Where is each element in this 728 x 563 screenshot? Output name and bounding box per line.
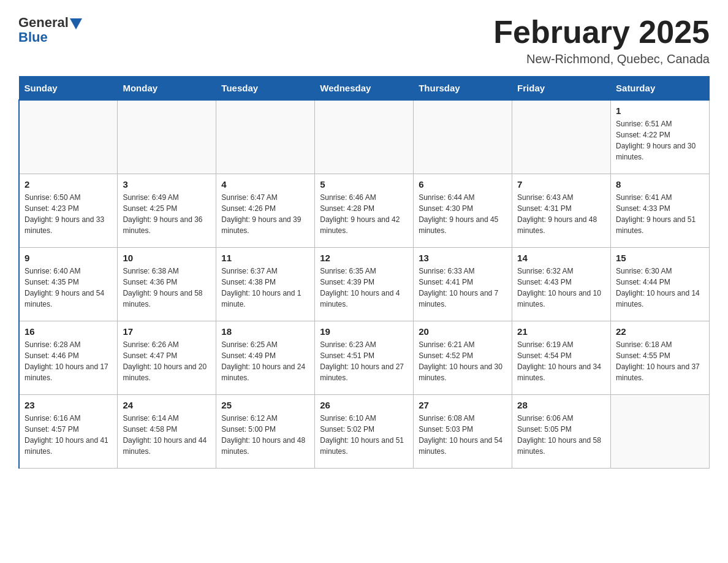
weekday-header-saturday: Saturday [611, 77, 710, 101]
day-info: Sunrise: 6:30 AMSunset: 4:44 PMDaylight:… [616, 266, 704, 310]
day-info: Sunrise: 6:33 AMSunset: 4:41 PMDaylight:… [419, 266, 507, 310]
calendar-day-cell [512, 100, 611, 174]
calendar-day-cell: 19Sunrise: 6:23 AMSunset: 4:51 PMDayligh… [315, 321, 414, 394]
calendar-title: February 2025 [493, 15, 710, 50]
day-number: 8 [616, 179, 704, 190]
day-info: Sunrise: 6:47 AMSunset: 4:26 PMDaylight:… [221, 192, 309, 236]
day-info: Sunrise: 6:51 AMSunset: 4:22 PMDaylight:… [616, 118, 704, 163]
weekday-header-tuesday: Tuesday [216, 77, 315, 101]
calendar-day-cell [19, 100, 118, 174]
calendar-day-cell [315, 100, 414, 174]
calendar-day-cell: 8Sunrise: 6:41 AMSunset: 4:33 PMDaylight… [611, 174, 710, 247]
day-number: 14 [517, 253, 605, 263]
calendar-day-cell: 10Sunrise: 6:38 AMSunset: 4:36 PMDayligh… [118, 247, 216, 321]
day-info: Sunrise: 6:46 AMSunset: 4:28 PMDaylight:… [320, 192, 408, 236]
calendar-day-cell: 21Sunrise: 6:19 AMSunset: 4:54 PMDayligh… [512, 321, 611, 394]
calendar-day-cell: 22Sunrise: 6:18 AMSunset: 4:55 PMDayligh… [611, 321, 710, 394]
calendar-day-cell: 14Sunrise: 6:32 AMSunset: 4:43 PMDayligh… [512, 247, 611, 321]
day-info: Sunrise: 6:26 AMSunset: 4:47 PMDaylight:… [123, 339, 211, 383]
day-number: 12 [320, 253, 408, 263]
calendar-day-cell: 12Sunrise: 6:35 AMSunset: 4:39 PMDayligh… [315, 247, 414, 321]
title-block: February 2025 New-Richmond, Quebec, Cana… [493, 15, 710, 66]
calendar-subtitle: New-Richmond, Quebec, Canada [493, 52, 710, 66]
day-info: Sunrise: 6:23 AMSunset: 4:51 PMDaylight:… [320, 339, 408, 383]
day-info: Sunrise: 6:21 AMSunset: 4:52 PMDaylight:… [419, 339, 507, 383]
calendar-day-cell [216, 100, 315, 174]
calendar-week-row: 2Sunrise: 6:50 AMSunset: 4:23 PMDaylight… [19, 174, 710, 247]
day-number: 13 [419, 253, 507, 263]
calendar-day-cell [118, 100, 216, 174]
day-number: 26 [320, 400, 408, 410]
day-number: 23 [25, 400, 112, 410]
day-number: 20 [419, 326, 507, 337]
calendar-day-cell: 2Sunrise: 6:50 AMSunset: 4:23 PMDaylight… [19, 174, 118, 247]
day-info: Sunrise: 6:19 AMSunset: 4:54 PMDaylight:… [517, 339, 605, 383]
day-info: Sunrise: 6:38 AMSunset: 4:36 PMDaylight:… [123, 266, 211, 310]
calendar-day-cell: 20Sunrise: 6:21 AMSunset: 4:52 PMDayligh… [414, 321, 512, 394]
day-info: Sunrise: 6:06 AMSunset: 5:05 PMDaylight:… [517, 413, 605, 457]
calendar-day-cell: 26Sunrise: 6:10 AMSunset: 5:02 PMDayligh… [315, 394, 414, 468]
calendar-day-cell: 6Sunrise: 6:44 AMSunset: 4:30 PMDaylight… [414, 174, 512, 247]
day-info: Sunrise: 6:50 AMSunset: 4:23 PMDaylight:… [25, 192, 112, 236]
calendar-day-cell: 5Sunrise: 6:46 AMSunset: 4:28 PMDaylight… [315, 174, 414, 247]
calendar-day-cell: 17Sunrise: 6:26 AMSunset: 4:47 PMDayligh… [118, 321, 216, 394]
day-number: 19 [320, 326, 408, 337]
day-info: Sunrise: 6:49 AMSunset: 4:25 PMDaylight:… [123, 192, 211, 236]
calendar-day-cell: 18Sunrise: 6:25 AMSunset: 4:49 PMDayligh… [216, 321, 315, 394]
day-number: 9 [25, 253, 112, 263]
calendar-day-cell: 9Sunrise: 6:40 AMSunset: 4:35 PMDaylight… [19, 247, 118, 321]
calendar-day-cell [611, 394, 710, 468]
day-info: Sunrise: 6:14 AMSunset: 4:58 PMDaylight:… [123, 413, 211, 457]
day-number: 17 [123, 326, 211, 337]
calendar-day-cell: 27Sunrise: 6:08 AMSunset: 5:03 PMDayligh… [414, 394, 512, 468]
day-info: Sunrise: 6:35 AMSunset: 4:39 PMDaylight:… [320, 266, 408, 310]
calendar-day-cell: 15Sunrise: 6:30 AMSunset: 4:44 PMDayligh… [611, 247, 710, 321]
day-number: 16 [25, 326, 112, 337]
day-info: Sunrise: 6:41 AMSunset: 4:33 PMDaylight:… [616, 192, 704, 236]
weekday-header-monday: Monday [118, 77, 216, 101]
day-number: 28 [517, 400, 605, 410]
day-info: Sunrise: 6:18 AMSunset: 4:55 PMDaylight:… [616, 339, 704, 383]
calendar-day-cell: 23Sunrise: 6:16 AMSunset: 4:57 PMDayligh… [19, 394, 118, 468]
weekday-header-thursday: Thursday [414, 77, 512, 101]
day-info: Sunrise: 6:37 AMSunset: 4:38 PMDaylight:… [221, 266, 309, 310]
day-info: Sunrise: 6:28 AMSunset: 4:46 PMDaylight:… [25, 339, 112, 383]
day-info: Sunrise: 6:40 AMSunset: 4:35 PMDaylight:… [25, 266, 112, 310]
day-number: 3 [123, 179, 211, 190]
logo-general-text: General [18, 15, 69, 31]
day-info: Sunrise: 6:16 AMSunset: 4:57 PMDaylight:… [25, 413, 112, 457]
calendar-week-row: 16Sunrise: 6:28 AMSunset: 4:46 PMDayligh… [19, 321, 710, 394]
calendar-day-cell: 24Sunrise: 6:14 AMSunset: 4:58 PMDayligh… [118, 394, 216, 468]
calendar-day-cell: 4Sunrise: 6:47 AMSunset: 4:26 PMDaylight… [216, 174, 315, 247]
day-number: 22 [616, 326, 704, 337]
calendar-day-cell: 13Sunrise: 6:33 AMSunset: 4:41 PMDayligh… [414, 247, 512, 321]
day-number: 1 [616, 105, 704, 116]
weekday-header-friday: Friday [512, 77, 611, 101]
day-info: Sunrise: 6:12 AMSunset: 5:00 PMDaylight:… [221, 413, 309, 457]
day-info: Sunrise: 6:10 AMSunset: 5:02 PMDaylight:… [320, 413, 408, 457]
day-info: Sunrise: 6:32 AMSunset: 4:43 PMDaylight:… [517, 266, 605, 310]
day-number: 4 [221, 179, 309, 190]
calendar-week-row: 1Sunrise: 6:51 AMSunset: 4:22 PMDaylight… [19, 100, 710, 174]
day-number: 15 [616, 253, 704, 263]
day-number: 11 [221, 253, 309, 263]
day-number: 5 [320, 179, 408, 190]
page-header: General Blue February 2025 New-Richmond,… [18, 15, 710, 66]
logo-triangle-icon [70, 18, 82, 29]
calendar-day-cell: 16Sunrise: 6:28 AMSunset: 4:46 PMDayligh… [19, 321, 118, 394]
weekday-header-sunday: Sunday [19, 77, 118, 101]
logo: General Blue [18, 15, 82, 45]
day-number: 10 [123, 253, 211, 263]
calendar-week-row: 23Sunrise: 6:16 AMSunset: 4:57 PMDayligh… [19, 394, 710, 468]
day-info: Sunrise: 6:08 AMSunset: 5:03 PMDaylight:… [419, 413, 507, 457]
day-info: Sunrise: 6:25 AMSunset: 4:49 PMDaylight:… [221, 339, 309, 383]
weekday-header-row: SundayMondayTuesdayWednesdayThursdayFrid… [19, 77, 710, 101]
day-number: 6 [419, 179, 507, 190]
calendar-day-cell: 1Sunrise: 6:51 AMSunset: 4:22 PMDaylight… [611, 100, 710, 174]
day-info: Sunrise: 6:43 AMSunset: 4:31 PMDaylight:… [517, 192, 605, 236]
calendar-day-cell: 7Sunrise: 6:43 AMSunset: 4:31 PMDaylight… [512, 174, 611, 247]
calendar-table: SundayMondayTuesdayWednesdayThursdayFrid… [18, 76, 710, 469]
day-number: 18 [221, 326, 309, 337]
day-number: 7 [517, 179, 605, 190]
day-number: 27 [419, 400, 507, 410]
